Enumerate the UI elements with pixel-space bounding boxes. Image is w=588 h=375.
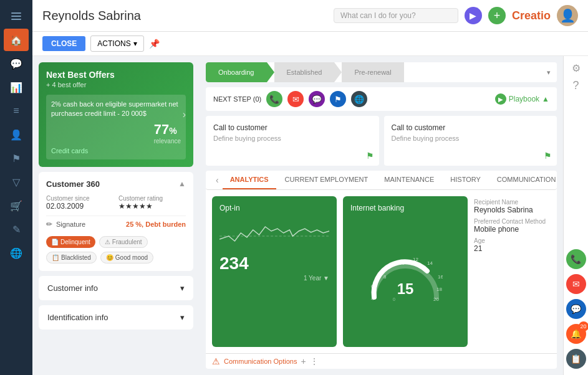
svg-text:15: 15 <box>397 280 414 297</box>
add-bottom-icon[interactable]: + <box>301 356 306 366</box>
actions-button[interactable]: ACTIONS ▾ <box>90 36 143 52</box>
page-title: Reynolds Sabrina <box>42 9 141 23</box>
analytics-nav-icon[interactable]: 📊 <box>4 76 29 98</box>
chat-sidebar-icon[interactable]: 💬 <box>566 299 586 319</box>
chat-button[interactable]: 💬 <box>309 91 325 107</box>
offers-card: Next Best Offers + 4 best offer › 2% cas… <box>39 62 193 167</box>
email-sidebar-icon[interactable]: ✉ <box>566 274 586 294</box>
action-bar: CLOSE ACTIONS ▾ 📌 <box>32 32 588 56</box>
offers-arrow-icon[interactable]: › <box>183 109 186 120</box>
warning-icon: ⚠ <box>105 239 110 245</box>
svg-text:4: 4 <box>371 296 374 301</box>
tab-communication-channels[interactable]: COMMUNICATION CHANNELS <box>489 171 557 189</box>
hamburger-menu[interactable] <box>4 5 29 27</box>
globe-button[interactable]: 🌐 <box>351 91 367 107</box>
comm-options-link[interactable]: Communication Options <box>224 358 297 365</box>
logo: Creatio <box>512 9 551 22</box>
fraudulent-badge[interactable]: ⚠ Fraudulent <box>99 236 148 248</box>
call-card-2: Call to customer Define buying process ⚑ <box>384 116 557 166</box>
customer-rating-field: Customer rating ★★★★★ <box>118 195 186 211</box>
good-mood-badge[interactable]: 😊 Good mood <box>100 252 153 263</box>
chat-nav-icon[interactable]: 💬 <box>4 52 29 75</box>
tabs-left-arrow[interactable]: ‹ <box>213 175 221 185</box>
pipeline-step-onboarding[interactable]: Onboarding <box>206 62 267 82</box>
notification-sidebar-icon[interactable]: 🔔 20 <box>566 324 586 344</box>
pipeline-dropdown[interactable]: ▾ <box>541 69 557 77</box>
home-nav-icon[interactable]: 🏠 <box>4 29 29 51</box>
close-button[interactable]: CLOSE <box>42 36 85 51</box>
optin-card: Opt-in 234 1 Year ▼ <box>212 196 337 347</box>
filter-nav-icon[interactable]: ▽ <box>4 171 29 193</box>
gauge-container: 4 10 12 14 16 18 20 8 6 <box>350 217 460 339</box>
edit-nav-icon[interactable]: ✎ <box>4 218 29 240</box>
customer-since-field: Customer since 02.03.2009 <box>46 195 113 211</box>
add-button[interactable]: + <box>488 7 506 24</box>
debt-value: 25 %, Debt burden <box>126 221 186 228</box>
svg-text:6: 6 <box>371 283 374 289</box>
call-card-1: Call to customer Define buying process ⚑ <box>206 116 379 166</box>
svg-text:12: 12 <box>413 257 418 262</box>
signature-row: ✏ Signature 25 %, Debt burden <box>46 216 186 232</box>
next-steps-bar: NEXT STEP (0) 📞 ✉ 💬 ⚑ 🌐 ▶ Playbook ▲ <box>206 87 557 111</box>
credit-cards-link[interactable]: Credit cards <box>51 147 181 154</box>
star-rating: ★★★★★ <box>118 202 153 211</box>
pipeline-step-established[interactable]: Established <box>274 62 335 82</box>
playbook-button[interactable]: ▶ Playbook ▲ <box>495 93 549 105</box>
optin-title: Opt-in <box>219 204 329 212</box>
recipient-name-field: Recipient Name Reynolds Sabrina <box>474 199 551 214</box>
tab-analytics[interactable]: ANALYTICS <box>223 171 276 189</box>
tab-history[interactable]: HISTORY <box>443 171 488 189</box>
flag-nav-icon[interactable]: ⚑ <box>4 147 29 169</box>
gear-icon[interactable]: ⚙ <box>572 62 581 74</box>
svg-text:16: 16 <box>438 274 443 280</box>
badges-row-2: 📋 Blacklisted 😊 Good mood <box>46 252 186 263</box>
flag-button[interactable]: ⚑ <box>330 91 346 107</box>
optin-value: 234 <box>219 254 329 273</box>
call-subtitle-1: Define buying process <box>213 135 372 142</box>
playbook-icon: ▶ <box>495 93 506 105</box>
flag-icon-1: ⚑ <box>366 151 374 161</box>
chart-period[interactable]: 1 Year ▼ <box>219 275 329 282</box>
user-nav-icon[interactable]: 👤 <box>4 123 29 146</box>
cards-row: Call to customer Define buying process ⚑… <box>206 116 557 166</box>
svg-text:18: 18 <box>436 287 442 292</box>
phone-button[interactable]: 📞 <box>266 91 282 107</box>
globe-nav-icon[interactable]: 🌐 <box>4 242 29 264</box>
email-button[interactable]: ✉ <box>287 91 304 107</box>
help-icon[interactable]: ? <box>572 79 579 92</box>
tabs-content-wrapper: ‹ ANALYTICS CURRENT EMPLOYMENT MAINTENAN… <box>206 171 557 369</box>
relevance-label: relevance <box>154 138 181 145</box>
c360-collapse-icon[interactable]: ▲ <box>178 179 186 188</box>
search-box[interactable]: What can I do for you? <box>334 8 458 23</box>
badges-row: 📄 Delinquent ⚠ Fraudulent <box>46 236 186 248</box>
svg-text:0: 0 <box>393 297 395 301</box>
main-content: Reynolds Sabrina What can I do for you? … <box>32 0 588 375</box>
tab-current-employment[interactable]: CURRENT EMPLOYMENT <box>277 171 376 189</box>
call-title-2: Call to customer <box>392 123 550 132</box>
task-sidebar-icon[interactable]: 📋 <box>566 349 586 369</box>
customer-info-section[interactable]: Customer info ▾ <box>39 276 193 300</box>
c360-grid: Customer since 02.03.2009 Customer ratin… <box>46 195 186 211</box>
cart-nav-icon[interactable]: 🛒 <box>4 194 29 217</box>
pipeline-container: Onboarding Established Pre-renewal ▾ <box>206 62 557 82</box>
more-options-icon[interactable]: ⋮ <box>310 356 319 366</box>
c360-title: Customer 360 <box>46 179 100 189</box>
pipeline-step-prerenewal[interactable]: Pre-renewal <box>342 62 403 82</box>
avatar[interactable]: 👤 <box>557 5 578 26</box>
preferred-contact-field: Preferred Contact Method Mobile phone <box>474 218 551 234</box>
svg-text:10: 10 <box>399 260 405 266</box>
pin-icon[interactable]: 📌 <box>149 39 160 49</box>
phone-sidebar-icon[interactable]: 📞 <box>566 249 586 269</box>
offer-text: 2% cash back on eligible supermarket net… <box>51 100 181 119</box>
list-nav-icon[interactable]: ≡ <box>4 100 29 122</box>
blacklisted-badge[interactable]: 📋 Blacklisted <box>46 252 97 263</box>
play-button[interactable]: ▶ <box>465 7 482 24</box>
relevance-number: 77 <box>154 121 169 137</box>
right-sidebar: ⚙ ? 📞 ✉ 💬 🔔 20 📋 <box>563 56 588 375</box>
age-field: Age 21 <box>474 237 551 253</box>
tab-maintenance[interactable]: MAINTENANCE <box>377 171 441 189</box>
offers-subtitle: + 4 best offer <box>46 81 186 88</box>
chevron-down-icon: ▾ <box>180 283 185 293</box>
delinquent-badge[interactable]: 📄 Delinquent <box>46 236 95 248</box>
identification-info-section[interactable]: Identification info ▾ <box>39 305 193 330</box>
